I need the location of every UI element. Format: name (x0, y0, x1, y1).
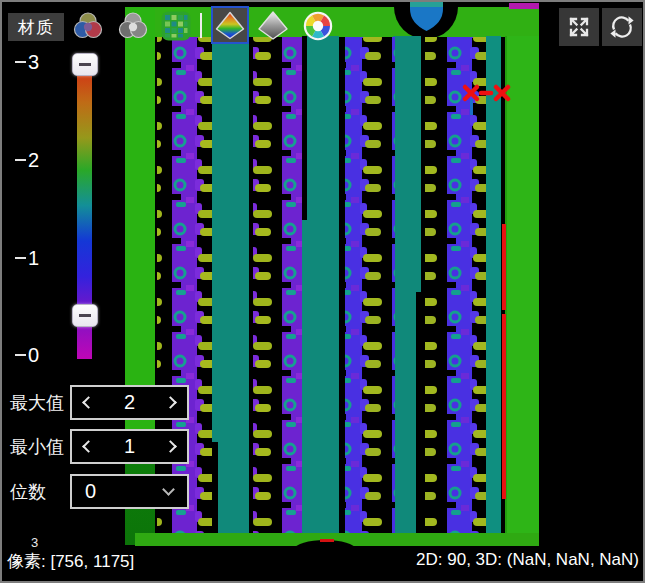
min-value: 1 (93, 435, 166, 458)
tick-label: 0 (28, 345, 50, 365)
max-value-label: 最大值 (10, 391, 64, 415)
coordinate-readout: 2D: 90, 3D: (NaN, NaN, NaN) (416, 550, 639, 570)
material-label: 材质 (8, 13, 64, 41)
height-grayscale-mode-icon[interactable] (256, 8, 290, 42)
height-colormap-mode-icon[interactable] (211, 6, 249, 44)
rainbow-pyramid-glyph (214, 9, 246, 41)
refresh-icon (607, 13, 637, 41)
min-value-stepper[interactable]: 1 (70, 429, 189, 464)
colorbar-min-handle[interactable] (72, 304, 98, 327)
colorbar-max-handle[interactable] (72, 53, 98, 76)
chevron-down-icon[interactable] (162, 483, 175, 496)
tick-label: 2 (28, 150, 50, 170)
max-value-stepper[interactable]: 2 (70, 385, 189, 420)
increment-icon[interactable] (164, 396, 177, 409)
expand-button[interactable] (559, 8, 599, 46)
increment-icon[interactable] (164, 440, 177, 453)
digits-label: 位数 (10, 480, 46, 504)
max-value: 2 (93, 391, 166, 414)
digits-dropdown[interactable]: 0 (70, 474, 189, 509)
min-value-label: 最小值 (10, 435, 64, 459)
tick-mark (15, 257, 26, 259)
grayscale-mode-icon[interactable] (117, 10, 149, 42)
tick-mark (15, 354, 26, 356)
pixel-position-readout: 像素: [756, 1175] (7, 550, 134, 573)
tick-mark (15, 61, 26, 63)
tick-label: 1 (28, 248, 50, 268)
color-wheel-mode-icon[interactable] (303, 11, 333, 41)
texture-grid-mode-icon[interactable] (161, 11, 191, 41)
measurement-line (502, 224, 506, 310)
viewer-window: 材质 (0, 0, 645, 583)
expand-icon (564, 13, 594, 41)
tick-label: 3 (28, 52, 50, 72)
digits-value: 0 (72, 480, 96, 503)
rgb-color-mode-icon[interactable] (72, 10, 104, 42)
tick-mark (15, 159, 26, 161)
status-bar: 像素: [756, 1175] 2D: 90, 3D: (NaN, NaN, N… (2, 547, 645, 583)
toolbar-separator (200, 13, 202, 38)
refresh-button[interactable] (602, 8, 642, 46)
